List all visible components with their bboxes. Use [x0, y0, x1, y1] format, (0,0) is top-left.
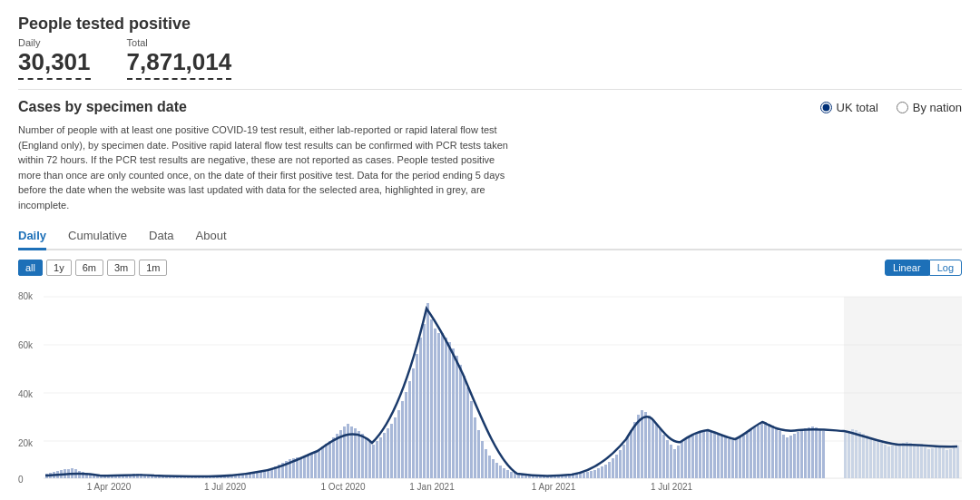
y-label-80k: 80k: [18, 291, 34, 301]
time-range-buttons: all 1y 6m 3m 1m: [18, 260, 167, 276]
svg-rect-196: [739, 437, 741, 478]
svg-rect-126: [485, 449, 487, 478]
svg-rect-102: [397, 410, 400, 478]
x-label-jul-2020: 1 Jul 2020: [204, 482, 247, 492]
svg-rect-244: [931, 448, 934, 478]
svg-rect-133: [510, 472, 513, 478]
svg-rect-217: [815, 427, 818, 478]
daily-value: 30,301: [18, 48, 91, 80]
svg-rect-238: [909, 443, 912, 478]
scale-btn-log[interactable]: Log: [929, 260, 962, 276]
svg-rect-213: [800, 430, 803, 478]
svg-rect-215: [808, 427, 810, 478]
svg-rect-202: [760, 424, 763, 478]
svg-rect-157: [597, 468, 600, 478]
radio-by-nation[interactable]: By nation: [897, 101, 962, 114]
svg-rect-208: [782, 435, 785, 478]
tab-data[interactable]: Data: [149, 223, 173, 250]
svg-rect-236: [902, 443, 905, 478]
svg-rect-163: [619, 450, 622, 478]
svg-rect-246: [938, 446, 941, 478]
tab-cumulative[interactable]: Cumulative: [68, 223, 127, 250]
svg-rect-166: [630, 430, 632, 478]
svg-rect-206: [775, 428, 778, 478]
y-label-40k: 40k: [18, 389, 34, 399]
svg-rect-216: [811, 426, 814, 478]
svg-rect-250: [953, 447, 956, 478]
y-label-20k: 20k: [18, 438, 34, 448]
svg-rect-108: [419, 338, 422, 478]
svg-rect-229: [877, 441, 879, 478]
svg-rect-118: [456, 356, 458, 478]
svg-rect-75: [299, 458, 302, 478]
svg-rect-123: [474, 417, 476, 478]
svg-rect-180: [681, 442, 683, 478]
svg-rect-127: [488, 456, 491, 478]
svg-rect-106: [412, 368, 415, 478]
time-btn-3m[interactable]: 3m: [107, 260, 135, 276]
svg-rect-167: [633, 422, 636, 478]
svg-rect-173: [655, 424, 658, 478]
svg-rect-193: [728, 439, 730, 478]
svg-rect-92: [361, 434, 364, 478]
svg-rect-164: [622, 445, 625, 478]
section-title: Cases by specimen date: [18, 99, 187, 115]
svg-rect-186: [702, 431, 705, 478]
svg-rect-195: [735, 439, 738, 478]
svg-rect-234: [895, 445, 897, 478]
time-btn-1m[interactable]: 1m: [139, 260, 167, 276]
tab-bar: Daily Cumulative Data About: [18, 223, 962, 250]
y-label-60k: 60k: [18, 340, 34, 350]
svg-rect-128: [492, 459, 495, 478]
svg-rect-90: [354, 428, 357, 478]
svg-rect-172: [652, 419, 654, 478]
svg-rect-112: [434, 328, 436, 478]
svg-rect-190: [717, 434, 720, 478]
svg-rect-242: [924, 447, 926, 478]
svg-rect-185: [699, 432, 701, 478]
svg-rect-197: [742, 436, 745, 478]
svg-rect-178: [673, 449, 676, 478]
svg-rect-107: [416, 354, 418, 478]
svg-rect-139: [532, 476, 534, 478]
tab-daily[interactable]: Daily: [18, 223, 46, 250]
svg-rect-220: [844, 433, 847, 478]
svg-rect-189: [713, 432, 716, 478]
svg-rect-83: [328, 441, 331, 478]
scale-btn-linear[interactable]: Linear: [885, 260, 929, 276]
svg-rect-153: [583, 473, 585, 478]
svg-rect-120: [463, 376, 466, 478]
svg-rect-125: [481, 441, 484, 478]
svg-rect-225: [862, 434, 865, 478]
svg-rect-198: [746, 433, 749, 478]
time-btn-1y[interactable]: 1y: [46, 260, 72, 276]
svg-rect-155: [590, 471, 593, 478]
svg-rect-205: [771, 426, 774, 478]
svg-rect-200: [753, 427, 756, 478]
svg-rect-191: [720, 436, 723, 478]
svg-rect-109: [423, 324, 426, 478]
radio-uk-total-label: UK total: [837, 101, 878, 114]
svg-rect-218: [818, 429, 821, 478]
tab-about[interactable]: About: [196, 223, 227, 250]
svg-rect-110: [426, 303, 429, 478]
svg-rect-101: [394, 417, 397, 478]
x-label-jan-2021: 1 Jan 2021: [409, 482, 455, 492]
time-btn-all[interactable]: all: [18, 260, 43, 276]
svg-rect-160: [608, 462, 611, 478]
svg-rect-154: [586, 472, 589, 478]
svg-rect-231: [884, 445, 887, 478]
svg-rect-77: [307, 456, 309, 478]
svg-rect-182: [688, 437, 691, 478]
time-btn-6m[interactable]: 6m: [75, 260, 103, 276]
svg-rect-93: [365, 437, 368, 478]
svg-rect-235: [898, 444, 901, 478]
total-label: Total: [127, 37, 232, 48]
svg-rect-228: [873, 439, 876, 478]
svg-rect-199: [750, 430, 752, 478]
svg-rect-210: [789, 436, 792, 478]
svg-rect-192: [724, 437, 727, 478]
svg-rect-132: [506, 470, 509, 478]
svg-rect-174: [659, 429, 662, 478]
radio-uk-total[interactable]: UK total: [820, 101, 878, 114]
